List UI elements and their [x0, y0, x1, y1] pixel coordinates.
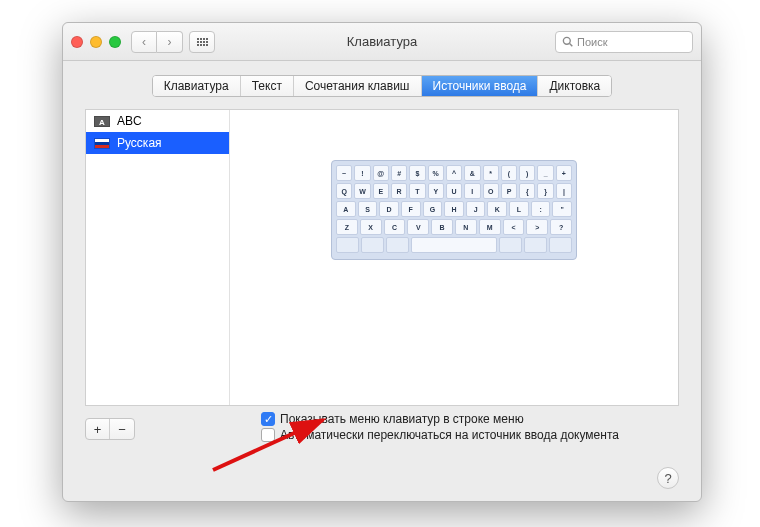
tab-2[interactable]: Сочетания клавиш — [294, 76, 422, 96]
tab-0[interactable]: Клавиатура — [153, 76, 241, 96]
tab-3[interactable]: Источники ввода — [422, 76, 539, 96]
window-controls — [71, 36, 121, 48]
content-area: AABCРусская ~!@#$%^&*()_+QWERTYUIOP{}|AS… — [63, 109, 701, 454]
forward-button[interactable]: › — [157, 31, 183, 53]
close-icon[interactable] — [71, 36, 83, 48]
show-menu-checkbox[interactable]: ✓ — [261, 412, 275, 426]
search-input[interactable]: Поиск — [555, 31, 693, 53]
nav-back-forward: ‹ › — [131, 31, 183, 53]
flag-icon — [94, 138, 110, 149]
tab-bar: КлавиатураТекстСочетания клавишИсточники… — [63, 61, 701, 109]
flag-icon: A — [94, 116, 110, 127]
keyboard-preview: ~!@#$%^&*()_+QWERTYUIOP{}|ASDFGHJKL:"ZXC… — [230, 110, 678, 405]
sources-list: AABCРусская — [86, 110, 230, 405]
back-button[interactable]: ‹ — [131, 31, 157, 53]
source-item[interactable]: AABC — [86, 110, 229, 132]
show-menu-checkbox-row: ✓ Показывать меню клавиатур в строке мен… — [261, 412, 619, 426]
search-placeholder: Поиск — [577, 36, 607, 48]
add-source-button[interactable]: + — [86, 419, 110, 439]
options-checks: ✓ Показывать меню клавиатур в строке мен… — [261, 406, 619, 444]
help-button[interactable]: ? — [657, 467, 679, 489]
keyboard-graphic: ~!@#$%^&*()_+QWERTYUIOP{}|ASDFGHJKL:"ZXC… — [331, 160, 577, 260]
source-label: Русская — [117, 136, 162, 150]
tab-4[interactable]: Диктовка — [538, 76, 611, 96]
grid-icon — [197, 38, 208, 46]
source-item[interactable]: Русская — [86, 132, 229, 154]
sources-panel: AABCРусская ~!@#$%^&*()_+QWERTYUIOP{}|AS… — [85, 109, 679, 406]
auto-switch-checkbox[interactable] — [261, 428, 275, 442]
auto-switch-checkbox-row: Автоматически переключаться на источник … — [261, 428, 619, 442]
auto-switch-label: Автоматически переключаться на источник … — [280, 428, 619, 442]
preferences-window: ‹ › Клавиатура Поиск КлавиатураТекстСоче… — [62, 22, 702, 502]
svg-point-0 — [563, 37, 570, 44]
titlebar: ‹ › Клавиатура Поиск — [63, 23, 701, 61]
tab-1[interactable]: Текст — [241, 76, 294, 96]
svg-line-1 — [570, 44, 573, 47]
search-icon — [562, 36, 573, 47]
minimize-icon[interactable] — [90, 36, 102, 48]
zoom-icon[interactable] — [109, 36, 121, 48]
show-all-button[interactable] — [189, 31, 215, 53]
remove-source-button[interactable]: − — [110, 419, 134, 439]
source-label: ABC — [117, 114, 142, 128]
show-menu-label: Показывать меню клавиатур в строке меню — [280, 412, 524, 426]
